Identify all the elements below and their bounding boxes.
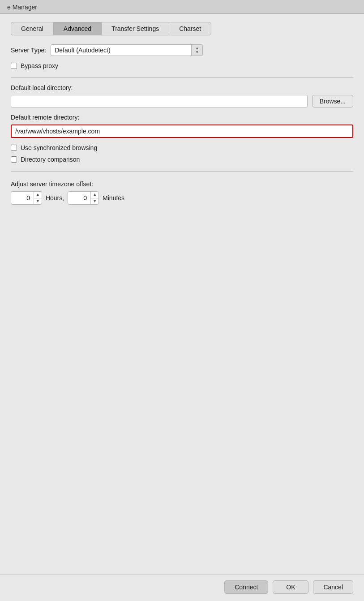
separator-1: [11, 77, 353, 78]
remote-dir-row: [11, 124, 353, 138]
local-dir-input[interactable]: [11, 95, 308, 107]
browse-button[interactable]: Browse...: [312, 95, 353, 107]
sync-browsing-label: Use synchronized browsing: [21, 144, 97, 151]
remote-dir-input[interactable]: [11, 124, 353, 138]
hours-up-arrow[interactable]: ▲: [34, 192, 42, 198]
local-dir-section-label: Default local directory:: [11, 84, 353, 91]
minutes-spinner-arrows[interactable]: ▲ ▼: [90, 192, 98, 204]
server-type-row: Server Type: Default (Autodetect)FTPSFTP…: [11, 44, 353, 56]
hours-input[interactable]: [11, 193, 34, 203]
tab-bar: General Advanced Transfer Settings Chars…: [11, 22, 353, 35]
minutes-up-arrow[interactable]: ▲: [91, 192, 98, 198]
hours-label: Hours,: [46, 194, 64, 202]
window-title: e Manager: [7, 4, 37, 11]
bypass-proxy-row: Bypass proxy: [11, 62, 353, 69]
sync-browsing-row: Use synchronized browsing: [11, 144, 353, 151]
content-spacer: [11, 205, 353, 567]
title-bar: e Manager: [0, 0, 364, 14]
hours-spinner-arrows[interactable]: ▲ ▼: [34, 192, 42, 204]
footer: Connect OK Cancel: [0, 575, 364, 601]
hours-spinner-wrapper: ▲ ▼: [11, 191, 42, 205]
minutes-input[interactable]: [68, 193, 90, 203]
minutes-down-arrow[interactable]: ▼: [91, 198, 98, 205]
sync-browsing-checkbox[interactable]: [11, 145, 17, 151]
window: e Manager General Advanced Transfer Sett…: [0, 0, 364, 601]
server-type-select-wrapper: Default (Autodetect)FTPSFTPFTPS ▲ ▼: [51, 44, 203, 56]
dir-comparison-checkbox[interactable]: [11, 156, 17, 163]
timezone-row: ▲ ▼ Hours, ▲ ▼ Minutes: [11, 191, 353, 205]
server-type-label: Server Type:: [11, 47, 46, 54]
tab-transfer-settings[interactable]: Transfer Settings: [101, 22, 169, 35]
ok-button[interactable]: OK: [273, 580, 308, 594]
tab-charset[interactable]: Charset: [169, 22, 211, 35]
remote-dir-section-label: Default remote directory:: [11, 114, 353, 121]
bypass-proxy-label: Bypass proxy: [21, 62, 58, 69]
dir-comparison-row: Directory comparison: [11, 156, 353, 163]
connect-button[interactable]: Connect: [224, 580, 268, 594]
timezone-section: Adjust server timezone offset: ▲ ▼ Hours…: [11, 180, 353, 205]
server-type-select[interactable]: Default (Autodetect)FTPSFTPFTPS: [51, 44, 203, 56]
tab-advanced[interactable]: Advanced: [53, 22, 101, 35]
cancel-button[interactable]: Cancel: [313, 580, 353, 594]
server-type-spinner[interactable]: ▲ ▼: [191, 44, 203, 56]
content-area: General Advanced Transfer Settings Chars…: [0, 14, 364, 575]
hours-down-arrow[interactable]: ▼: [34, 198, 42, 205]
timezone-section-label: Adjust server timezone offset:: [11, 180, 353, 188]
dir-comparison-label: Directory comparison: [21, 156, 80, 163]
bypass-proxy-checkbox[interactable]: [11, 63, 17, 69]
local-dir-row: Browse...: [11, 95, 353, 107]
separator-2: [11, 171, 353, 172]
minutes-spinner-wrapper: ▲ ▼: [68, 191, 99, 205]
minutes-label: Minutes: [103, 194, 124, 202]
tab-general[interactable]: General: [11, 22, 53, 35]
